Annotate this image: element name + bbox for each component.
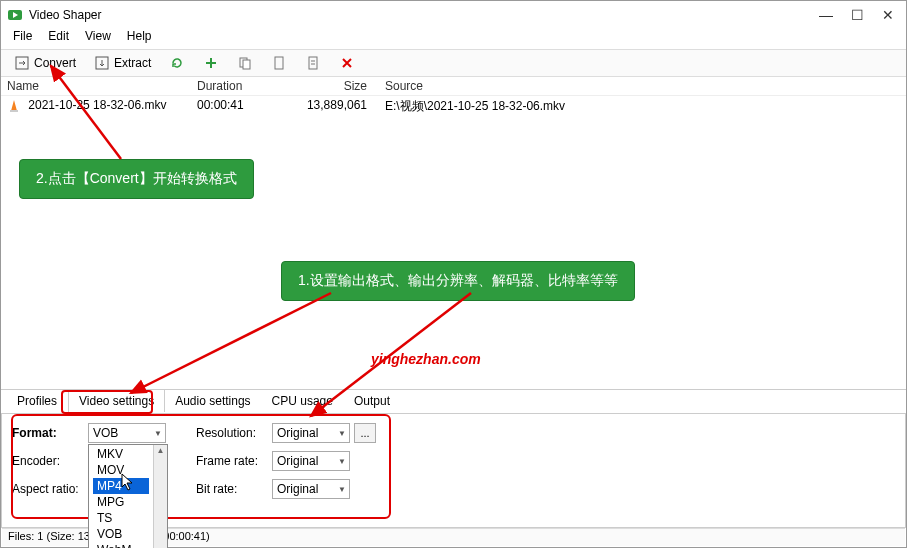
menu-view[interactable]: View — [79, 29, 117, 49]
add-button[interactable] — [196, 52, 226, 74]
menubar: File Edit View Help — [1, 29, 906, 49]
watermark: yinghezhan.com — [371, 351, 481, 367]
video-settings-panel: Format: VOB ▼ MKV MOV MP4 MPG TS VOB Web… — [1, 413, 906, 528]
format-dropdown: MKV MOV MP4 MPG TS VOB WebM WMV ▲▼ — [88, 444, 168, 548]
tab-profiles[interactable]: Profiles — [7, 390, 68, 413]
chevron-down-icon: ▼ — [338, 429, 346, 438]
menu-help[interactable]: Help — [121, 29, 158, 49]
col-size[interactable]: Size — [297, 79, 377, 93]
close-button[interactable]: ✕ — [882, 7, 894, 23]
refresh-button[interactable] — [162, 52, 192, 74]
copy-icon — [237, 55, 253, 71]
option-webm[interactable]: WebM — [93, 542, 149, 548]
svg-rect-6 — [275, 57, 283, 69]
col-duration[interactable]: Duration — [197, 79, 297, 93]
option-vob[interactable]: VOB — [93, 526, 149, 542]
tab-video-settings[interactable]: Video settings — [68, 389, 165, 412]
resolution-label: Resolution: — [196, 426, 268, 440]
settings-tabs: Profiles Video settings Audio settings C… — [1, 389, 906, 413]
annotation-badge-2: 2.点击【Convert】开始转换格式 — [19, 159, 254, 199]
chevron-down-icon: ▼ — [154, 429, 162, 438]
tab-audio-settings[interactable]: Audio settings — [165, 390, 261, 413]
file-header: Name Duration Size Source — [1, 77, 906, 96]
svg-rect-9 — [10, 110, 18, 112]
option-mkv[interactable]: MKV — [93, 446, 149, 462]
menu-edit[interactable]: Edit — [42, 29, 75, 49]
option-ts[interactable]: TS — [93, 510, 149, 526]
menu-file[interactable]: File — [7, 29, 38, 49]
bitrate-label: Bit rate: — [196, 482, 268, 496]
bitrate-select[interactable]: Original ▼ — [272, 479, 350, 499]
doc-icon — [271, 55, 287, 71]
aspect-label: Aspect ratio: — [12, 482, 84, 496]
file-size: 13,889,061 — [297, 98, 377, 115]
file-name: 2021-10-25 18-32-06.mkv — [28, 98, 166, 112]
extract-button[interactable]: Extract — [87, 52, 158, 74]
svg-rect-7 — [309, 57, 317, 69]
window-controls: — ☐ ✕ — [819, 7, 900, 23]
mouse-cursor-icon — [121, 473, 135, 491]
file-row[interactable]: 2021-10-25 18-32-06.mkv 00:00:41 13,889,… — [1, 96, 906, 117]
app-window: Video Shaper — ☐ ✕ File Edit View Help C… — [0, 0, 907, 548]
file-duration: 00:00:41 — [197, 98, 297, 115]
delete-button[interactable] — [332, 52, 362, 74]
format-label: Format: — [12, 426, 84, 440]
plus-icon — [203, 55, 219, 71]
app-title: Video Shaper — [29, 8, 819, 22]
format-select[interactable]: VOB ▼ MKV MOV MP4 MPG TS VOB WebM WMV — [88, 423, 166, 443]
tab-cpu-usage[interactable]: CPU usage — [262, 390, 344, 413]
convert-icon — [14, 55, 30, 71]
doc2-icon — [305, 55, 321, 71]
chevron-down-icon: ▼ — [338, 457, 346, 466]
tab-output[interactable]: Output — [344, 390, 401, 413]
minimize-button[interactable]: — — [819, 7, 833, 23]
frame-select[interactable]: Original ▼ — [272, 451, 350, 471]
option-mpg[interactable]: MPG — [93, 494, 149, 510]
svg-marker-8 — [11, 100, 17, 111]
vlc-icon — [7, 99, 21, 113]
resolution-select[interactable]: Original ▼ — [272, 423, 350, 443]
doc2-button[interactable] — [298, 52, 328, 74]
titlebar: Video Shaper — ☐ ✕ — [1, 1, 906, 29]
svg-marker-16 — [122, 474, 132, 490]
doc1-button[interactable] — [264, 52, 294, 74]
frame-label: Frame rate: — [196, 454, 268, 468]
x-icon — [339, 55, 355, 71]
maximize-button[interactable]: ☐ — [851, 7, 864, 23]
dropdown-scrollbar[interactable]: ▲▼ — [153, 445, 167, 548]
svg-rect-5 — [243, 60, 250, 69]
col-name[interactable]: Name — [7, 79, 197, 93]
resolution-more-button[interactable]: ... — [354, 423, 376, 443]
chevron-down-icon: ▼ — [338, 485, 346, 494]
toolbar: Convert Extract — [1, 49, 906, 77]
extract-icon — [94, 55, 110, 71]
annotation-badge-1: 1.设置输出格式、输出分辨率、解码器、比特率等等 — [281, 261, 635, 301]
encoder-label: Encoder: — [12, 454, 84, 468]
convert-button[interactable]: Convert — [7, 52, 83, 74]
col-source[interactable]: Source — [377, 79, 900, 93]
copy-button[interactable] — [230, 52, 260, 74]
refresh-icon — [169, 55, 185, 71]
file-list: Name Duration Size Source 2021-10-25 18-… — [1, 77, 906, 389]
file-source: E:\视频\2021-10-25 18-32-06.mkv — [377, 98, 900, 115]
app-icon — [7, 7, 23, 23]
